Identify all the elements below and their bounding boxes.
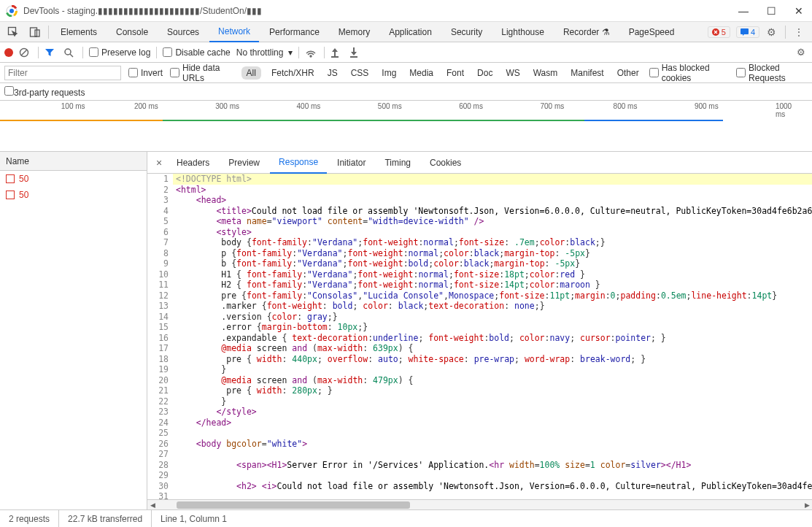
svg-rect-11 [350, 56, 357, 58]
response-source[interactable]: 1234567891011121314151617181920212223242… [147, 174, 812, 499]
tick: 1000 ms [776, 102, 800, 118]
tick: 600 ms [459, 102, 483, 110]
scroll-right-icon[interactable]: ▶ [802, 500, 812, 509]
message-count-badge[interactable]: 4 [736, 26, 759, 38]
detail-tab-timing[interactable]: Timing [376, 152, 419, 174]
blocked-cookies-checkbox[interactable]: Has blocked cookies [649, 63, 729, 83]
download-icon[interactable] [349, 47, 363, 58]
filter-icon[interactable] [45, 47, 58, 58]
minimize-button[interactable]: — [736, 5, 751, 17]
type-img[interactable]: Img [379, 66, 399, 80]
tick: 400 ms [297, 102, 321, 110]
svg-rect-3 [31, 28, 37, 36]
settings-icon[interactable]: ⚙ [767, 26, 776, 38]
search-icon[interactable] [63, 47, 77, 58]
scrollbar-thumb[interactable] [177, 501, 410, 509]
disable-cache-checkbox[interactable]: Disable cache [163, 47, 230, 58]
main-tabbar: Elements Console Sources Network Perform… [0, 22, 812, 42]
tick: 900 ms [695, 102, 719, 110]
separator [48, 26, 49, 39]
horizontal-scrollbar[interactable]: ◀ ▶ [147, 499, 812, 509]
timeline[interactable]: 100 ms 200 ms 300 ms 400 ms 500 ms 600 m… [0, 101, 812, 152]
filter-bar-row2: 3rd-party requests [0, 83, 812, 101]
type-fetchxhr[interactable]: Fetch/XHR [268, 66, 317, 80]
tab-security[interactable]: Security [442, 22, 491, 42]
file-icon [6, 174, 15, 183]
tab-application[interactable]: Application [380, 22, 441, 42]
filter-bar: Invert Hide data URLs All Fetch/XHR JS C… [0, 63, 812, 83]
tab-recorder[interactable]: Recorder ⚗ [554, 22, 619, 42]
tab-memory[interactable]: Memory [330, 22, 379, 42]
preserve-log-checkbox[interactable]: Preserve log [89, 47, 150, 58]
error-count: 5 [722, 28, 726, 36]
svg-rect-10 [331, 56, 339, 58]
tick: 500 ms [378, 102, 402, 110]
record-icon[interactable] [4, 48, 13, 57]
detail-tab-preview[interactable]: Preview [220, 152, 268, 174]
scroll-left-icon[interactable]: ◀ [147, 500, 158, 509]
network-toolbar: Preserve log Disable cache No throttling… [0, 42, 812, 63]
request-row[interactable]: 50 [0, 187, 147, 203]
tick: 100 ms [61, 102, 85, 110]
third-party-checkbox[interactable]: 3rd-party requests [4, 86, 85, 98]
line-gutter: 1234567891011121314151617181920212223242… [147, 174, 173, 499]
status-requests: 2 requests [0, 510, 59, 527]
detail-tabs: × Headers Preview Response Initiator Tim… [147, 152, 812, 174]
separator [785, 26, 786, 39]
titlebar: DevTools - staging.▮▮▮▮▮▮▮▮▮▮▮▮▮▮▮▮▮▮▮▮/… [0, 0, 812, 22]
request-list: Name 50 50 [0, 152, 147, 509]
close-detail-icon[interactable]: × [152, 157, 166, 169]
type-font[interactable]: Font [444, 66, 467, 80]
tick: 300 ms [215, 102, 239, 110]
tab-pagespeed[interactable]: PageSpeed [620, 22, 684, 42]
status-bar: 2 requests 22.7 kB transferred Line 1, C… [0, 509, 812, 527]
invert-checkbox[interactable]: Invert [128, 68, 163, 78]
window-controls: — ☐ ✕ [736, 5, 806, 17]
hide-data-urls-checkbox[interactable]: Hide data URLs [170, 63, 234, 83]
more-icon[interactable]: ⋮ [789, 22, 809, 42]
type-wasm[interactable]: Wasm [530, 66, 561, 80]
tick: 800 ms [614, 102, 638, 110]
filter-input[interactable] [4, 66, 121, 80]
type-doc[interactable]: Doc [474, 66, 495, 80]
detail-tab-headers[interactable]: Headers [168, 152, 218, 174]
type-media[interactable]: Media [406, 66, 436, 80]
status-transferred: 22.7 kB transferred [59, 510, 152, 527]
error-count-badge[interactable]: 5 [708, 26, 730, 38]
message-count: 4 [751, 28, 755, 36]
source-lines: <!DOCTYPE html> <html> <head> <title>Cou… [173, 174, 812, 499]
detail-tab-response[interactable]: Response [270, 152, 327, 174]
tab-performance[interactable]: Performance [260, 22, 328, 42]
svg-point-9 [310, 55, 312, 57]
maximize-button[interactable]: ☐ [764, 5, 778, 17]
clear-icon[interactable] [19, 47, 32, 58]
request-list-header[interactable]: Name [0, 152, 147, 171]
window-title: DevTools - staging.▮▮▮▮▮▮▮▮▮▮▮▮▮▮▮▮▮▮▮▮/… [23, 6, 736, 16]
throttling-select[interactable]: No throttling ▾ [236, 47, 293, 58]
detail-tab-cookies[interactable]: Cookies [421, 152, 470, 174]
upload-icon[interactable] [330, 47, 344, 58]
devtools-logo-icon [6, 5, 18, 17]
type-css[interactable]: CSS [348, 66, 372, 80]
type-other[interactable]: Other [614, 66, 642, 80]
inspect-icon[interactable] [3, 22, 23, 42]
type-ws[interactable]: WS [503, 66, 522, 80]
device-toggle-icon[interactable] [25, 22, 45, 42]
tab-network[interactable]: Network [209, 22, 259, 42]
svg-point-8 [65, 49, 71, 55]
request-row[interactable]: 50 [0, 171, 147, 187]
type-all[interactable]: All [241, 66, 261, 80]
network-conditions-icon[interactable] [305, 47, 318, 58]
detail-tab-initiator[interactable]: Initiator [328, 152, 374, 174]
tab-console[interactable]: Console [107, 22, 157, 42]
tab-sources[interactable]: Sources [158, 22, 208, 42]
tick: 700 ms [540, 102, 564, 110]
type-js[interactable]: JS [325, 66, 341, 80]
blocked-requests-checkbox[interactable]: Blocked Requests [736, 63, 808, 83]
tab-elements[interactable]: Elements [52, 22, 106, 42]
close-button[interactable]: ✕ [792, 5, 806, 17]
network-settings-icon[interactable]: ⚙ [794, 47, 808, 58]
tab-lighthouse[interactable]: Lighthouse [492, 22, 553, 42]
file-icon [6, 191, 15, 199]
type-manifest[interactable]: Manifest [568, 66, 606, 80]
